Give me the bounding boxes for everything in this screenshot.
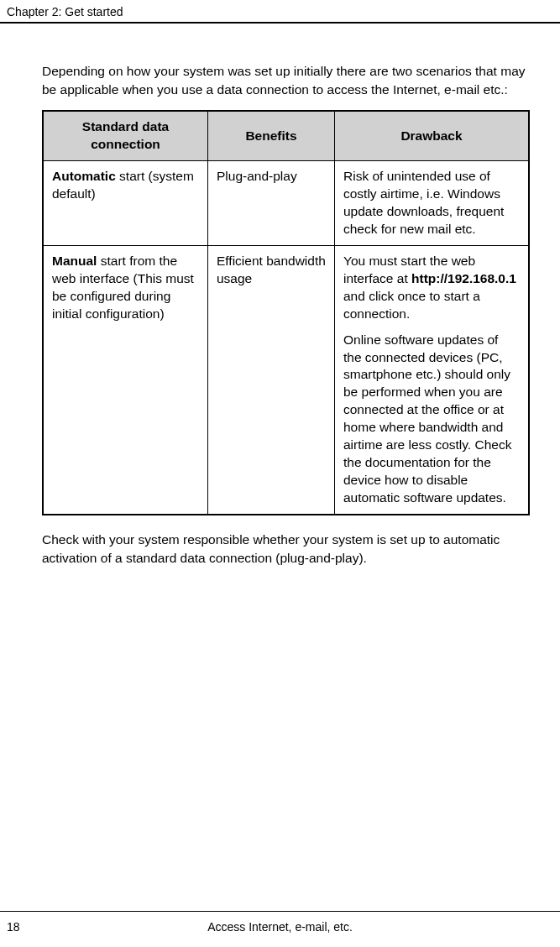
drawback-manual-p1: You must start the web interface at http… bbox=[343, 253, 520, 323]
cell-drawback-manual: You must start the web interface at http… bbox=[335, 245, 530, 514]
intro-paragraph: Depending on how your system was set up … bbox=[42, 62, 530, 98]
cell-connection-automatic: Automatic start (system default) bbox=[43, 161, 208, 246]
page-footer: 18 Access Internet, e-mail, etc. bbox=[0, 911, 560, 947]
comparison-table: Standard data connection Benefits Drawba… bbox=[42, 110, 530, 515]
header-connection: Standard data connection bbox=[43, 111, 208, 160]
footer-title: Access Internet, e-mail, etc. bbox=[7, 920, 553, 934]
header-drawback: Drawback bbox=[335, 111, 530, 160]
table-row: Automatic start (system default) Plug-an… bbox=[43, 161, 529, 246]
chapter-label: Chapter 2: Get started bbox=[7, 5, 123, 18]
page-header: Chapter 2: Get started bbox=[0, 0, 560, 24]
outro-paragraph: Check with your system responsible wheth… bbox=[42, 531, 530, 567]
drawback-manual-p2: Online software updates of the connected… bbox=[343, 332, 520, 507]
drawback-p1-url: http://192.168.0.1 bbox=[411, 271, 516, 285]
content-area: Depending on how your system was set up … bbox=[0, 24, 560, 567]
cell-connection-manual: Manual start from the web interface (Thi… bbox=[43, 245, 208, 514]
table-row: Manual start from the web interface (Thi… bbox=[43, 245, 529, 514]
table-header-row: Standard data connection Benefits Drawba… bbox=[43, 111, 529, 160]
header-benefits: Benefits bbox=[208, 111, 335, 160]
page-number: 18 bbox=[7, 920, 20, 934]
bold-manual: Manual bbox=[52, 254, 97, 268]
cell-benefits-manual: Efficient bandwidth usage bbox=[208, 245, 335, 514]
cell-benefits-automatic: Plug-and-play bbox=[208, 161, 335, 246]
cell-drawback-automatic: Risk of unintended use of costly airtime… bbox=[335, 161, 530, 246]
drawback-p1-post: and click once to start a connection. bbox=[343, 289, 480, 321]
bold-automatic: Automatic bbox=[52, 169, 116, 183]
